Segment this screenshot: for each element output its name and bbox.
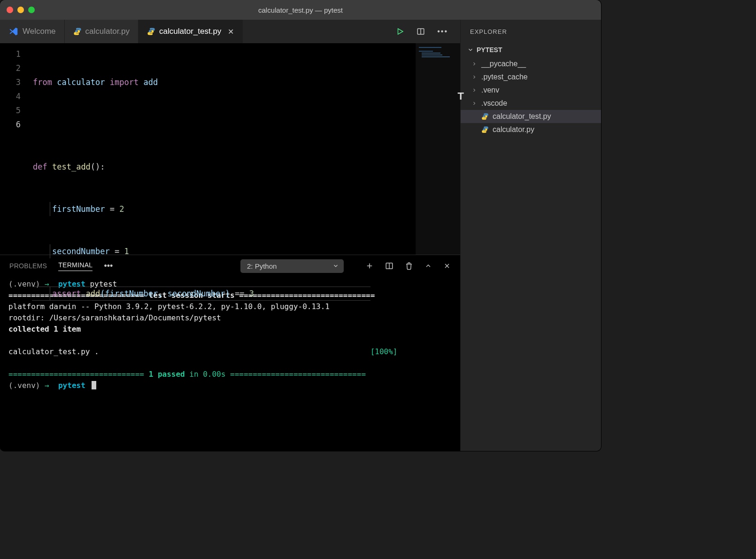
python-icon <box>481 113 489 120</box>
tree-folder[interactable]: .venv <box>461 84 601 97</box>
python-icon <box>147 27 155 36</box>
term-rule: ============================== <box>8 370 144 379</box>
number: 3 <box>249 289 254 298</box>
maximize-panel-icon[interactable] <box>424 262 432 270</box>
identifier: firstNumber <box>52 204 105 214</box>
chevron-right-icon <box>471 101 478 106</box>
arguments: (firstNumber, secondNumber) <box>100 289 230 298</box>
python-icon <box>73 27 82 36</box>
main-area: Welcome calculator.py calculator_test.py… <box>0 20 601 451</box>
punct: (): <box>91 162 105 171</box>
operator: = <box>110 247 124 256</box>
line-number: 5 <box>0 103 21 117</box>
chevron-down-icon <box>467 47 474 53</box>
term-arrow: → <box>45 381 49 390</box>
chevron-right-icon <box>471 61 478 67</box>
tree-label: .venv <box>481 86 499 94</box>
line-gutter: 1 2 3 4 5 6 <box>0 43 33 255</box>
tree-folder[interactable]: __pycache__ <box>461 57 601 70</box>
tree-file[interactable]: calculator_test.py <box>461 110 601 123</box>
terminal-cursor <box>92 381 96 389</box>
tab-label: calculator_test.py <box>159 27 221 36</box>
term-dir: pytest <box>58 381 85 390</box>
traffic-lights <box>7 7 35 13</box>
term-pass-count: 1 passed <box>149 370 185 379</box>
chevron-right-icon <box>471 74 478 80</box>
operator: == <box>230 289 249 298</box>
sidebar-root[interactable]: PYTEST <box>461 43 601 56</box>
maximize-window-button[interactable] <box>28 7 35 13</box>
line-number: 6 <box>0 117 21 132</box>
tree-label: calculator.py <box>493 125 534 134</box>
editor[interactable]: 1 2 3 4 5 6 from calculator import add d… <box>0 43 460 255</box>
identifier: add <box>143 78 158 87</box>
line-number: 2 <box>0 61 21 75</box>
tab-calculator-py[interactable]: calculator.py <box>65 20 139 43</box>
titlebar: calculator_test.py — pytest <box>0 0 601 20</box>
tree-folder[interactable]: .pytest_cache <box>461 70 601 84</box>
tab-bar: Welcome calculator.py calculator_test.py… <box>0 20 460 43</box>
number: 1 <box>124 247 129 256</box>
tab-welcome[interactable]: Welcome <box>0 20 65 43</box>
window-title: calculator_test.py — pytest <box>0 6 601 14</box>
sidebar: EXPLORER PYTEST __pycache__ .pytest_cach… <box>460 20 601 451</box>
function-name: test_add <box>52 162 91 171</box>
code-area[interactable]: from calculator import add def test_add(… <box>33 43 416 255</box>
close-window-button[interactable] <box>7 7 13 13</box>
identifier: calculator <box>57 78 105 87</box>
keyword: assert <box>52 289 81 298</box>
minimize-window-button[interactable] <box>17 7 24 13</box>
term-pass-time: in 0.00s <box>185 370 226 379</box>
term-testfile: calculator_test.py . <box>8 347 99 356</box>
tree-label: .pytest_cache <box>481 73 528 81</box>
line-number: 4 <box>0 89 21 103</box>
run-icon[interactable] <box>396 27 404 36</box>
sidebar-title: EXPLORER <box>461 20 601 43</box>
number: 2 <box>119 204 124 214</box>
vscode-icon <box>8 26 19 37</box>
term-rule: ============================== <box>230 370 366 379</box>
python-icon <box>481 126 489 133</box>
split-editor-icon[interactable] <box>417 27 425 36</box>
tab-label: Welcome <box>23 27 56 36</box>
more-actions-icon[interactable]: ••• <box>437 27 448 36</box>
tree-label: .vscode <box>481 99 507 108</box>
term-venv: (.venv) <box>8 381 40 390</box>
tree-folder[interactable]: .vscode <box>461 97 601 110</box>
line-number: 3 <box>0 75 21 89</box>
terminal-selector-label: 2: Python <box>247 262 277 270</box>
term-percent: [100%] <box>370 347 398 356</box>
keyword: import <box>110 78 139 87</box>
minimap[interactable]: T <box>416 43 460 255</box>
close-tab-icon[interactable]: ✕ <box>228 27 234 36</box>
tab-label: calculator.py <box>85 27 130 36</box>
tab-calculator-test-py[interactable]: calculator_test.py ✕ <box>139 20 243 43</box>
keyword: from <box>33 78 52 87</box>
operator: = <box>105 204 120 214</box>
sidebar-root-label: PYTEST <box>477 46 502 54</box>
function-call: add <box>86 289 100 298</box>
editor-actions: ••• <box>384 20 460 43</box>
minimap-marker: T <box>458 90 464 102</box>
file-tree: __pycache__ .pytest_cache .venv .vscode <box>461 56 601 137</box>
tree-label: calculator_test.py <box>493 112 551 121</box>
terminal-selector[interactable]: 2: Python <box>240 259 344 273</box>
chevron-down-icon <box>332 263 339 269</box>
tree-file[interactable]: calculator.py <box>461 123 601 136</box>
editor-column: Welcome calculator.py calculator_test.py… <box>0 20 460 451</box>
app-window: calculator_test.py — pytest Welcome calc… <box>0 0 601 451</box>
keyword: def <box>33 162 47 171</box>
identifier: secondNumber <box>52 247 110 256</box>
line-number: 1 <box>0 47 21 61</box>
close-panel-icon[interactable] <box>443 262 451 270</box>
chevron-right-icon <box>471 87 478 93</box>
tree-label: __pycache__ <box>481 60 526 68</box>
